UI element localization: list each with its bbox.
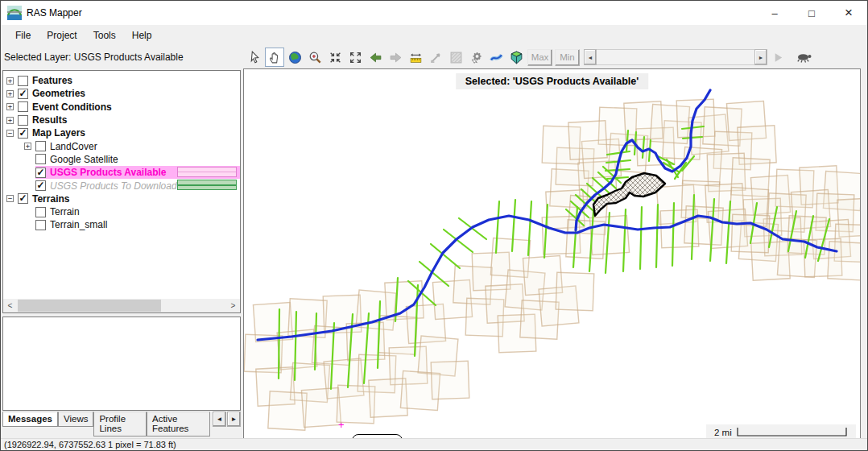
tab-active-features[interactable]: Active Features — [147, 412, 210, 437]
scalebar-bracket — [737, 427, 848, 437]
tree-item-terrain[interactable]: Terrain — [3, 205, 240, 218]
layer-label[interactable]: USGS Products Available — [50, 167, 170, 178]
profile-line-button[interactable] — [486, 48, 506, 67]
layer-checkbox[interactable] — [35, 154, 46, 164]
menu-project[interactable]: Project — [39, 27, 85, 44]
expand-toggle-icon[interactable]: + — [24, 143, 31, 150]
layer-checkbox[interactable] — [35, 220, 46, 230]
minimize-button[interactable]: – — [756, 1, 793, 25]
messages-panel — [2, 317, 241, 411]
layer-label[interactable]: Terrains — [32, 193, 72, 205]
scroll-left-arrow[interactable]: < — [3, 299, 17, 312]
statusbar: (1926922.94, 6737552.63 1 pixel = 71.83 … — [1, 438, 867, 450]
zoom-in-magnifier-button[interactable] — [305, 48, 324, 67]
min-button[interactable]: Min — [555, 49, 580, 66]
tree-item-landcover[interactable]: +LandCover — [3, 139, 240, 152]
layer-label[interactable]: Event Conditions — [32, 101, 115, 113]
maximize-button[interactable]: □ — [793, 1, 830, 25]
layer-label[interactable]: Results — [32, 114, 70, 126]
layer-checkbox[interactable] — [35, 141, 46, 151]
tree-item-results[interactable]: +Results — [3, 114, 240, 126]
measure-ruler-button[interactable] — [406, 48, 425, 67]
bottom-tabs: MessagesViewsProfile LinesActive Feature… — [2, 412, 241, 428]
animation-speed-turtle-icon[interactable] — [795, 48, 814, 67]
layer-checkbox[interactable] — [18, 101, 28, 112]
toolbar: MaxMin◄► — [245, 47, 866, 68]
legend-swatch-pink[interactable] — [177, 167, 237, 177]
window-title: RAS Mapper — [27, 7, 82, 19]
expand-toggle-icon[interactable]: − — [6, 130, 14, 137]
layer-label[interactable]: Features — [32, 75, 76, 86]
edit-tool-button[interactable] — [426, 48, 445, 67]
tree-item-terrain-small[interactable]: Terrain_small — [3, 218, 240, 231]
coordinate-readout: (1926922.94, 6737552.63 1 pixel = 71.83 … — [4, 440, 176, 449]
previous-view-arrow-button[interactable] — [366, 48, 385, 67]
tree-item-google-satellite[interactable]: Google Satellite — [3, 153, 240, 166]
expand-toggle-icon[interactable]: + — [6, 117, 14, 124]
animation-step-back-button[interactable]: ◄ — [584, 49, 597, 65]
tree-item-usgs-products-available[interactable]: ✓USGS Products Available — [3, 166, 240, 179]
tab-scroll-right-button[interactable]: ► — [227, 412, 241, 427]
map-panel[interactable]: Selected: 'USGS Products Available' + T:… — [243, 68, 861, 441]
layer-checkbox[interactable]: ✓ — [18, 193, 28, 204]
layer-label[interactable]: LandCover — [50, 141, 101, 152]
app-icon — [7, 6, 22, 20]
tab-messages[interactable]: Messages — [2, 412, 58, 427]
tab-views[interactable]: Views — [58, 412, 93, 427]
tree-item-usgs-products-to-download[interactable]: ✓USGS Products To Download — [3, 179, 240, 192]
animation-step-forward-button[interactable]: ► — [754, 49, 767, 65]
menu-tools[interactable]: Tools — [85, 27, 124, 44]
scalebar-label: 2 mi — [714, 428, 732, 437]
subheader: Selected Layer: USGS Products Available … — [1, 46, 867, 68]
layer-label[interactable]: Terrain — [50, 206, 83, 217]
tree-item-map-layers[interactable]: −✓Map Layers — [3, 126, 240, 139]
menu-file[interactable]: File — [7, 27, 39, 44]
tree-item-event-conditions[interactable]: +Event Conditions — [3, 101, 240, 114]
expand-toggle-icon[interactable]: + — [6, 90, 14, 97]
expand-toggle-icon[interactable]: + — [6, 77, 14, 85]
zoom-window-button[interactable] — [325, 48, 345, 67]
layer-checkbox[interactable] — [18, 76, 28, 86]
close-button[interactable]: × — [830, 1, 867, 25]
tree-item-geometries[interactable]: +✓Geometries — [3, 87, 240, 100]
tree-horizontal-scrollbar[interactable]: < > — [3, 299, 240, 312]
tab-profile-lines[interactable]: Profile Lines — [93, 412, 147, 437]
usgs-tile-outlines — [244, 99, 860, 430]
layer-label[interactable]: Geometries — [32, 88, 89, 99]
menu-help[interactable]: Help — [124, 27, 160, 44]
selected-layer-overlay: Selected: 'USGS Products Available' — [456, 73, 649, 89]
titlebar: RAS Mapper – □ × — [1, 1, 867, 25]
next-view-arrow-button[interactable] — [386, 48, 405, 67]
zoom-extents-globe-button[interactable] — [285, 48, 304, 67]
viewer-3d-button[interactable] — [506, 48, 526, 67]
tree-item-terrains[interactable]: −✓Terrains — [3, 192, 240, 205]
tree-item-features[interactable]: +Features — [3, 74, 240, 87]
ras-mapper-window: RAS Mapper – □ × FileProjectToolsHelp Se… — [0, 0, 868, 451]
layer-label[interactable]: USGS Products To Download — [50, 180, 180, 192]
layer-checkbox[interactable]: ✓ — [35, 168, 46, 178]
layer-label[interactable]: Terrain_small — [50, 219, 110, 230]
legend-swatch-green[interactable] — [177, 180, 237, 190]
layer-checkbox[interactable]: ✓ — [18, 128, 28, 139]
tab-scroll-left-button[interactable]: ◄ — [213, 412, 226, 427]
hatch-tool-button[interactable] — [446, 48, 465, 67]
layer-label[interactable]: Google Satellite — [50, 154, 122, 165]
animation-slider-track[interactable] — [597, 49, 754, 65]
layer-checkbox[interactable]: ✓ — [18, 89, 28, 99]
layer-checkbox[interactable]: ✓ — [35, 180, 46, 191]
max-button[interactable]: Max — [527, 49, 552, 66]
pan-hand-button[interactable] — [265, 48, 284, 67]
animation-slider[interactable]: ◄► — [584, 49, 767, 65]
select-pointer-button[interactable] — [245, 48, 264, 67]
expand-toggle-icon[interactable]: − — [6, 195, 14, 202]
scroll-thumb[interactable] — [18, 300, 161, 312]
play-animation-button[interactable] — [768, 48, 787, 67]
settings-gear-button[interactable] — [466, 48, 486, 67]
layer-label[interactable]: Map Layers — [32, 127, 89, 139]
scroll-right-arrow[interactable]: > — [226, 299, 240, 312]
expand-toggle-icon[interactable]: + — [6, 103, 14, 110]
layer-checkbox[interactable] — [35, 207, 46, 217]
zoom-full-extent-button[interactable] — [345, 48, 365, 67]
map-canvas[interactable] — [244, 69, 860, 441]
layer-checkbox[interactable] — [18, 115, 28, 126]
